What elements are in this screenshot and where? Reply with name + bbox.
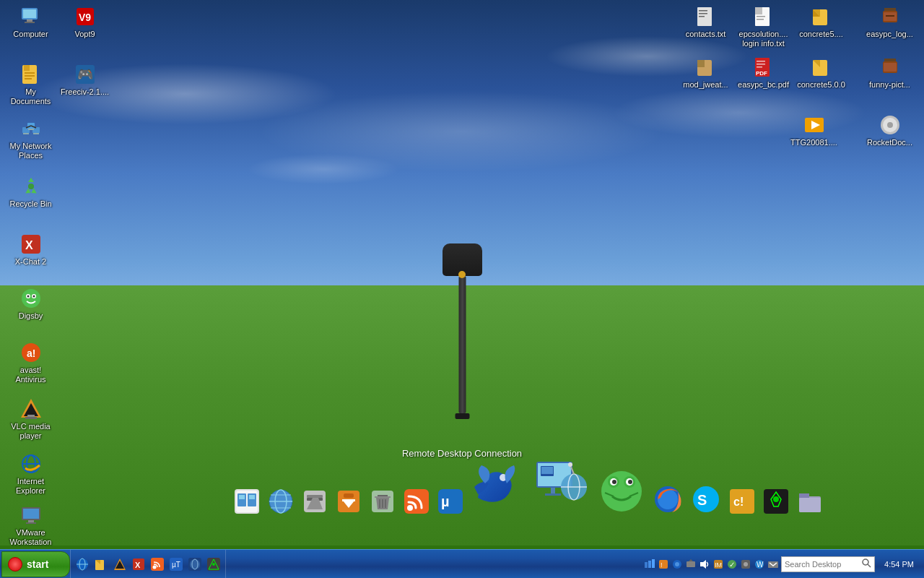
- tray-icon-6[interactable]: [740, 558, 751, 570]
- my-computer-label: Computer: [13, 30, 48, 39]
- dock-icon-tools[interactable]: [299, 486, 331, 517]
- icon-easypc-log[interactable]: easypc_log...: [863, 4, 917, 40]
- svg-text:X: X: [135, 561, 141, 569]
- ttg-label: TTG20081....: [790, 138, 837, 147]
- ql-icon-1[interactable]: [74, 556, 91, 573]
- svg-rect-161: [652, 559, 655, 568]
- dock-icon-firefox[interactable]: [650, 481, 686, 517]
- icon-vlc[interactable]: VLC media player: [4, 396, 58, 442]
- svg-rect-19: [33, 133, 39, 134]
- icon-ttg[interactable]: TTG20081....: [787, 112, 841, 149]
- svg-text:PDF: PDF: [756, 70, 767, 77]
- icon-funny-pict[interactable]: funny-pict...: [863, 54, 917, 91]
- icon-internet-explorer[interactable]: Internet Explorer: [4, 451, 58, 497]
- svg-rect-90: [307, 495, 323, 498]
- dock-icon-rdp-bird[interactable]: [468, 460, 526, 517]
- vmware-icon: [19, 504, 43, 527]
- my-computer-icon: [19, 5, 43, 28]
- ql-icon-4[interactable]: X: [130, 556, 147, 573]
- svg-marker-168: [700, 560, 706, 569]
- svg-rect-1: [23, 9, 36, 18]
- search-button[interactable]: [861, 558, 871, 570]
- svg-point-178: [863, 559, 868, 565]
- dock-icon-rdp-computer[interactable]: [528, 452, 593, 517]
- dock-icon-frogger[interactable]: [596, 465, 648, 517]
- icon-concrete500[interactable]: concrete5.0.0: [794, 54, 848, 91]
- icon-xchat[interactable]: X X-Chat 2: [4, 231, 58, 268]
- svg-point-104: [407, 505, 413, 511]
- svg-rect-96: [344, 493, 354, 498]
- icon-vopt9[interactable]: V9 Vopt9: [58, 4, 112, 40]
- search-input[interactable]: [785, 560, 861, 569]
- my-documents-label: My Documents: [5, 87, 56, 106]
- avast-label: avast! Antivirus: [5, 366, 56, 384]
- ql-icon-5[interactable]: [149, 556, 166, 573]
- svg-rect-160: [648, 561, 651, 568]
- svg-rect-47: [699, 13, 707, 14]
- ql-icon-6[interactable]: µT: [167, 556, 185, 573]
- icon-digsby[interactable]: Digsby: [4, 285, 58, 322]
- svg-point-31: [32, 296, 35, 298]
- icon-concrete5[interactable]: concrete5....: [794, 4, 848, 40]
- dock-icon-finder[interactable]: [231, 486, 263, 517]
- icon-vmware[interactable]: VMware Workstation: [4, 502, 58, 548]
- ql-icon-3[interactable]: [111, 556, 128, 573]
- dock-icon-files[interactable]: [794, 486, 826, 517]
- dock-icon-skype[interactable]: S: [688, 481, 724, 517]
- svg-rect-65: [757, 66, 762, 68]
- icon-mod-jweat[interactable]: mod_jweat...: [679, 54, 733, 91]
- svg-rect-111: [541, 467, 553, 474]
- svg-text:µ: µ: [441, 493, 450, 509]
- system-clock[interactable]: 4:54 PM: [880, 560, 918, 569]
- tray-icon-4[interactable]: IM: [712, 558, 724, 570]
- svg-rect-112: [551, 488, 555, 493]
- tray-icon-volume[interactable]: [699, 558, 710, 570]
- tray-icon-7[interactable]: W: [754, 558, 765, 570]
- svg-rect-10: [25, 78, 32, 79]
- icon-my-network[interactable]: My Network Places: [4, 116, 58, 162]
- ql-icon-8[interactable]: [205, 556, 222, 573]
- tray-icon-2[interactable]: [671, 558, 683, 570]
- dock-icon-getdeb[interactable]: [333, 486, 365, 517]
- dock-icon-rss[interactable]: [401, 486, 432, 517]
- search-box[interactable]: [781, 556, 875, 572]
- tray-icon-network[interactable]: [644, 558, 655, 570]
- start-button[interactable]: start: [1, 551, 70, 577]
- dock-icon-network[interactable]: [265, 486, 297, 517]
- ql-icon-7[interactable]: [186, 556, 204, 573]
- svg-rect-98: [378, 495, 388, 496]
- icon-freeciv[interactable]: 🎮 Freeciv-2.1....: [58, 61, 112, 98]
- icon-epcsolution[interactable]: epcsolution.... login info.txt: [736, 4, 790, 50]
- start-label: start: [27, 558, 48, 570]
- svg-rect-149: [151, 558, 164, 571]
- dock-icon-recycle[interactable]: [367, 486, 398, 517]
- svg-rect-51: [757, 16, 765, 17]
- my-network-icon: [19, 117, 43, 140]
- icon-my-documents[interactable]: My Documents: [4, 61, 58, 108]
- avast-icon: a!: [19, 341, 43, 364]
- svg-rect-59: [886, 15, 894, 17]
- icon-easypc-bc[interactable]: PDF easypc_bc.pdf: [736, 54, 790, 91]
- tray-icon-1[interactable]: !: [658, 558, 669, 570]
- epcsolution-icon: [752, 5, 775, 28]
- tray-icon-5[interactable]: ✓: [726, 558, 738, 570]
- icon-avast[interactable]: a! avast! Antivirus: [4, 340, 58, 386]
- tray-icon-8[interactable]: [767, 558, 779, 570]
- mod-jweat-label: mod_jweat...: [683, 80, 728, 90]
- icon-recycle-bin[interactable]: Recycle Bin: [4, 173, 58, 210]
- svg-point-30: [27, 296, 29, 298]
- icon-rocketdoc[interactable]: RocketDoc...: [863, 112, 917, 149]
- icon-contacts[interactable]: contacts.txt: [679, 4, 733, 40]
- svg-rect-64: [757, 64, 765, 65]
- svg-point-158: [212, 563, 215, 566]
- dock-icon-alienware[interactable]: [760, 486, 792, 517]
- icon-my-computer[interactable]: Computer: [4, 4, 58, 40]
- ql-icon-2[interactable]: [92, 556, 110, 573]
- svg-rect-138: [799, 493, 809, 498]
- tray-icon-3[interactable]: [685, 558, 697, 570]
- dock-icon-chitchat[interactable]: c!: [726, 486, 758, 517]
- freeciv-icon: 🎮: [74, 63, 97, 86]
- dock-icon-utorrent[interactable]: µ: [435, 486, 466, 517]
- svg-point-76: [887, 122, 893, 128]
- svg-rect-8: [25, 72, 35, 74]
